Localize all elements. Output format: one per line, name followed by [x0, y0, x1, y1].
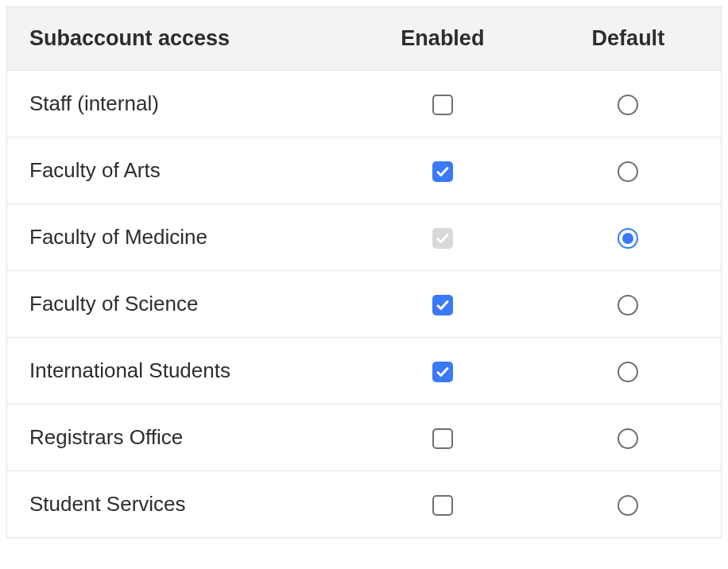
header-enabled: Enabled: [350, 7, 536, 71]
row-name: Registrars Office: [7, 404, 350, 471]
default-radio[interactable]: [618, 362, 638, 382]
table-row: Staff (internal): [7, 71, 722, 137]
table-row: Registrars Office: [7, 404, 722, 471]
checkmark-icon: [436, 165, 450, 179]
default-radio[interactable]: [618, 295, 638, 315]
subaccount-access-table: Subaccount access Enabled Default Staff …: [6, 6, 722, 538]
row-enabled-cell: [350, 204, 536, 271]
row-enabled-cell: [350, 404, 536, 471]
enabled-checkbox[interactable]: [432, 161, 453, 182]
default-radio[interactable]: [618, 495, 638, 516]
checkmark-icon: [436, 298, 450, 312]
enabled-checkbox[interactable]: [432, 295, 453, 315]
row-enabled-cell: [350, 137, 536, 204]
enabled-checkbox[interactable]: [432, 95, 453, 115]
row-enabled-cell: [350, 338, 536, 404]
default-radio[interactable]: [618, 161, 638, 182]
row-default-cell: [536, 404, 722, 471]
row-default-cell: [536, 271, 722, 338]
row-name: Student Services: [7, 471, 350, 538]
default-radio[interactable]: [618, 428, 638, 449]
header-default: Default: [536, 7, 722, 71]
enabled-checkbox[interactable]: [432, 495, 453, 516]
enabled-checkbox[interactable]: [432, 362, 453, 382]
row-default-cell: [536, 471, 722, 538]
table-body: Staff (internal)Faculty of ArtsFaculty o…: [7, 71, 722, 538]
table-row: Faculty of Medicine: [7, 204, 722, 271]
table-row: Student Services: [7, 471, 722, 538]
row-name: Faculty of Arts: [7, 137, 350, 204]
row-enabled-cell: [350, 271, 536, 338]
row-enabled-cell: [350, 471, 536, 538]
row-default-cell: [536, 71, 722, 137]
table-row: Faculty of Arts: [7, 137, 722, 204]
row-name: Staff (internal): [7, 71, 350, 137]
checkmark-icon: [436, 231, 450, 246]
table-row: Faculty of Science: [7, 271, 722, 338]
row-default-cell: [536, 204, 722, 271]
row-enabled-cell: [350, 71, 536, 137]
table-header-row: Subaccount access Enabled Default: [7, 7, 722, 71]
row-name: Faculty of Medicine: [7, 204, 350, 271]
row-name: International Students: [7, 338, 350, 404]
enabled-checkbox: [432, 228, 453, 249]
row-name: Faculty of Science: [7, 271, 350, 338]
row-default-cell: [536, 338, 722, 404]
default-radio[interactable]: [618, 228, 638, 249]
checkmark-icon: [436, 365, 450, 379]
enabled-checkbox[interactable]: [432, 428, 453, 449]
default-radio[interactable]: [618, 95, 638, 115]
header-subaccount-access: Subaccount access: [7, 7, 350, 71]
row-default-cell: [536, 137, 722, 204]
table-row: International Students: [7, 338, 722, 404]
